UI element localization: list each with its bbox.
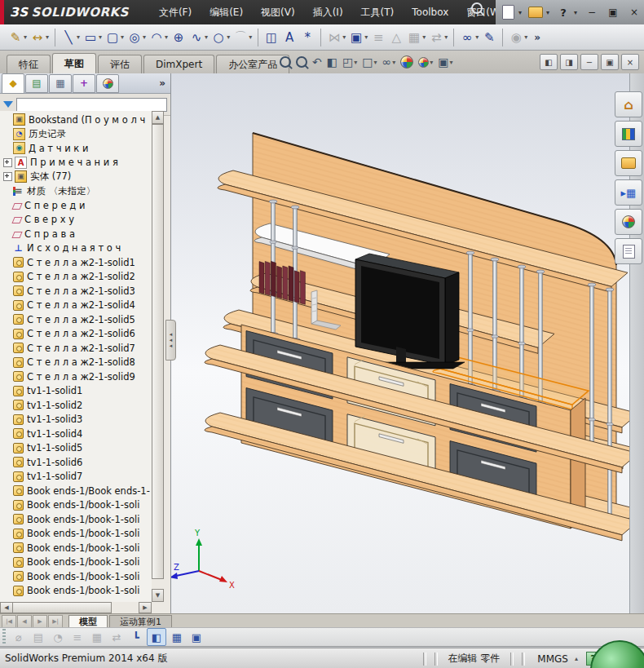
tree-item[interactable]: Book ends-1/book-1-soli	[0, 498, 152, 513]
corner-rectangle-dropdown[interactable]: ▾	[99, 33, 102, 41]
tree-root[interactable]: ▣ Bookstand (П о у м о л ч	[0, 113, 152, 127]
panel-splitter-handle[interactable]: ◂◂◂	[165, 320, 176, 361]
zoom-to-area-button[interactable]	[296, 56, 307, 68]
tree-item[interactable]: Book ends-1/book-1-soli	[0, 584, 152, 599]
appearances-button[interactable]	[615, 209, 642, 235]
tree-item[interactable]: С т е л л а ж2-1-solid9	[0, 369, 152, 384]
panel-tab-configurationmanager[interactable]: ▦	[49, 74, 72, 93]
tree-item[interactable]: tv1-1-solid3	[0, 413, 152, 427]
convert-entities-dropdown[interactable]: ▾	[364, 33, 368, 41]
tab-特征[interactable]: 特征	[7, 55, 51, 73]
custom-properties-button[interactable]	[615, 238, 642, 264]
tree-item[interactable]: С т е л л а ж2-1-solid1	[0, 255, 152, 270]
toolbar-grip[interactable]	[2, 629, 6, 645]
menu-0[interactable]: 文件(F)	[150, 0, 201, 24]
tree-item[interactable]: tv1-1-solid6	[0, 455, 152, 470]
prev-tab-button[interactable]: ◀	[17, 615, 32, 628]
apply-scene-dropdown[interactable]: ▾	[430, 59, 433, 66]
view-isometric-button[interactable]: ◧	[147, 628, 166, 646]
tree-item[interactable]: AП р и м е ч а н и я	[0, 156, 152, 170]
point-button[interactable]: *	[298, 27, 316, 48]
panel-tabs-overflow[interactable]: »	[159, 77, 165, 89]
tree-item[interactable]: tv1-1-solid7	[0, 470, 152, 484]
tree-item[interactable]: Book ends-1/Book ends-1-	[0, 484, 152, 498]
pane-right-button[interactable]: ◨	[560, 54, 578, 70]
display-style-dropdown[interactable]: ▾	[373, 59, 377, 66]
expand-toggle[interactable]	[3, 158, 12, 167]
smart-dimension-dropdown[interactable]: ▾	[46, 33, 49, 41]
panel-tab-featuremanager[interactable]: ◆	[2, 73, 24, 94]
repair-sketch-button[interactable]: ✎	[480, 27, 498, 48]
filter-input[interactable]	[16, 98, 167, 112]
edit-appearance-button[interactable]	[400, 55, 413, 69]
panel-tab-dimxpertmanager[interactable]: +	[73, 74, 95, 93]
tree-item[interactable]: Book ends-1/book-1-soli	[0, 541, 152, 555]
view-orientation-dropdown[interactable]: ▾	[354, 59, 357, 66]
spline-dropdown[interactable]: ▾	[205, 33, 208, 41]
tree-item[interactable]: С п е р е д и	[0, 198, 152, 213]
first-tab-button[interactable]: |◀	[2, 615, 16, 628]
menu-1[interactable]: 编辑(E)	[201, 0, 252, 24]
smart-dimension-button[interactable]: ↔▾	[29, 27, 51, 48]
tree-item[interactable]: С т е л л а ж2-1-solid8	[0, 356, 152, 370]
text-button[interactable]: A	[280, 27, 298, 48]
tree-item[interactable]: tv1-1-solid1	[0, 384, 152, 399]
circle-dropdown[interactable]: ▾	[143, 33, 146, 41]
tree-item[interactable]: С в е р х у	[0, 213, 152, 228]
tree-item[interactable]: С т е л л а ж2-1-solid6	[0, 327, 152, 342]
close-button[interactable]: ×	[624, 4, 644, 20]
next-tab-button[interactable]: ▶	[33, 615, 47, 628]
scroll-thumb[interactable]	[152, 124, 164, 579]
view-axes-button[interactable]: ┗	[127, 629, 145, 645]
view-settings-button[interactable]: ▣▾	[438, 55, 452, 69]
sketch-dropdown[interactable]: ▾	[24, 33, 27, 41]
scroll-down-button[interactable]: ▼	[152, 589, 164, 602]
centerpoint-arc-dropdown[interactable]: ▾	[165, 33, 168, 41]
new-document-button[interactable]	[499, 3, 517, 21]
tree-item[interactable]: С т е л л а ж2-1-solid5	[0, 312, 152, 327]
view-fullscreen-button[interactable]: ▣	[187, 629, 205, 645]
display-relations-dropdown[interactable]: ▾	[475, 33, 479, 41]
panel-tab-displaymanager[interactable]	[96, 74, 119, 93]
tree-item[interactable]: ⊥И с х о д н а я т о ч	[0, 241, 152, 256]
view-orientation-button[interactable]: ◰▾	[342, 55, 357, 69]
tree-horizontal-scrollbar[interactable]: ◀ ▶	[0, 602, 152, 613]
graphics-viewport[interactable]: YXZ	[171, 73, 629, 613]
previous-view-button[interactable]: ↶	[312, 55, 322, 69]
hscroll-thumb[interactable]	[12, 602, 112, 613]
trim-entities-button[interactable]: ◫	[262, 27, 280, 48]
tree-item[interactable]: ◉Д а т ч и к и	[0, 141, 152, 156]
doc-minimize-button[interactable]: −	[580, 54, 598, 70]
open-dropdown[interactable]: ▾	[546, 9, 553, 16]
display-relations-button[interactable]: ∞▾	[458, 27, 480, 48]
tree-item[interactable]: С п р а в а	[0, 227, 152, 241]
expand-toggle[interactable]	[3, 172, 12, 181]
section-view-button[interactable]: ◧	[327, 55, 337, 69]
tree-item[interactable]: tv1-1-solid5	[0, 441, 152, 456]
help-button[interactable]: ?	[554, 3, 572, 21]
tree-item[interactable]: tv1-1-solid2	[0, 398, 152, 413]
file-explorer-button[interactable]: ▸▦	[615, 179, 642, 206]
tab-DimXpert[interactable]: DimXpert	[143, 55, 214, 73]
help-dropdown[interactable]: ▾	[574, 9, 580, 16]
tab-模型[interactable]: 模型	[68, 615, 108, 628]
tree-item[interactable]: ≡材质 〈未指定〉	[0, 184, 152, 199]
tab-草图[interactable]: 草图	[52, 53, 96, 73]
menu-4[interactable]: 工具(T)	[352, 0, 404, 24]
tree-item[interactable]: С т е л л а ж2-1-solid7	[0, 341, 152, 356]
solidworks-resources-button[interactable]	[615, 121, 642, 147]
tree-item[interactable]: ▣实体 (77)	[0, 170, 152, 184]
tree-item[interactable]: Book ends-1/book-1-soli	[0, 527, 152, 542]
menu-3[interactable]: 插入(I)	[304, 0, 352, 24]
tree-item[interactable]: tv1-1-solid4	[0, 427, 152, 441]
zoom-to-fit-button[interactable]	[280, 56, 291, 68]
last-tab-button[interactable]: ▶|	[48, 615, 63, 628]
minimize-button[interactable]: −	[582, 4, 602, 20]
spline-button[interactable]: ∿▾	[187, 27, 210, 48]
design-library-button[interactable]	[615, 150, 642, 176]
scroll-left-button[interactable]: ◀	[0, 602, 13, 613]
tree-item[interactable]: Book ends-1/book-1-soli	[0, 512, 152, 527]
centerpoint-arc-button[interactable]: ◠▾	[148, 27, 170, 48]
units-selector[interactable]: MMGS▴	[529, 653, 586, 665]
scroll-right-button[interactable]: ▶	[139, 602, 152, 613]
